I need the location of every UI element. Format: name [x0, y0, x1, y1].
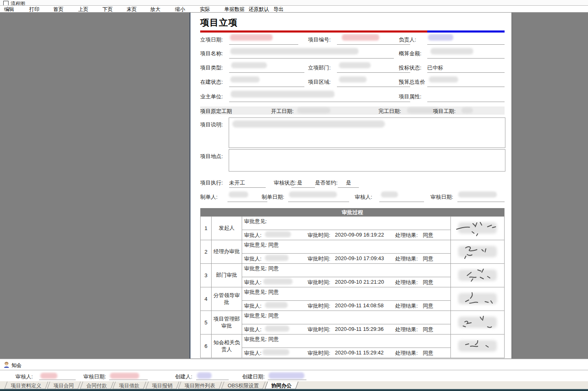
- approval-row-no: 6: [201, 335, 212, 358]
- opinion-value: 同意: [268, 313, 279, 319]
- orig-duration-band: [200, 106, 505, 115]
- result-value: 同意: [423, 255, 433, 263]
- signature-image: [453, 315, 502, 331]
- time-label: 审批时间:: [308, 255, 330, 263]
- approver-label: 审批人:: [244, 302, 262, 310]
- redacted-estimate-amount-value: [431, 48, 473, 54]
- field-label-location: 项目地点:: [200, 153, 223, 160]
- result-value: 同意: [423, 350, 433, 357]
- result-value: 同意: [423, 279, 433, 286]
- field-line: [229, 187, 266, 188]
- approval-table-header: 审批过程: [201, 208, 504, 216]
- time-value: 2020-09-11 14:08:58: [335, 302, 384, 308]
- toolbar-actual-size-button[interactable]: 实际: [200, 6, 210, 13]
- toolbar-doc-data-button[interactable]: 单据数据: [224, 6, 245, 13]
- field-label-project-type: 项目类型:: [200, 64, 223, 72]
- field-line: [457, 202, 505, 202]
- tab-project-attachments[interactable]: 项目附件列表: [178, 382, 222, 389]
- person-avatar-icon: [3, 361, 10, 368]
- approver-label: 审批人:: [244, 326, 262, 333]
- approver-label: 审批人:: [244, 350, 262, 357]
- result-label: 处理结果:: [395, 302, 418, 310]
- field-line: [288, 202, 349, 202]
- redacted-description-text: [232, 120, 385, 128]
- approval-row-stage: 知会相关负责人: [212, 335, 242, 358]
- toolbar-print-button[interactable]: 打印: [29, 6, 39, 13]
- field-label-project-attr: 项目属性:: [399, 93, 422, 100]
- time-value: 2020-09-10 21:21:20: [335, 279, 384, 285]
- toolbar-last-page-button[interactable]: 末页: [127, 6, 137, 13]
- redacted-budget-total-value: [429, 76, 458, 83]
- title-accent-red-bar: [200, 30, 427, 33]
- toolbar-zoom-out-button[interactable]: 缩小: [175, 6, 185, 13]
- tab-project-reimbursement[interactable]: 项目报销: [146, 382, 179, 389]
- approval-row-stage: 部门审批: [212, 264, 242, 287]
- toolbar-first-page-button[interactable]: 首页: [53, 6, 63, 13]
- opinion-label: 审批意见:: [244, 242, 267, 248]
- signature-image: [453, 267, 502, 284]
- flowchart-checkbox-label: 流程图: [11, 0, 25, 6]
- toolbar-next-page-button[interactable]: 下页: [103, 6, 113, 13]
- notify-label: 知会: [11, 362, 22, 369]
- toolbar-zoom-in-button[interactable]: 放大: [150, 6, 160, 13]
- field-label-make-date: 制单日期:: [262, 193, 284, 201]
- field-label-finish-date: 完工日期:: [378, 108, 401, 115]
- opinion-value: 同意: [268, 265, 279, 272]
- time-label: 审批时间:: [308, 326, 330, 333]
- tab-obs-permissions[interactable]: OBS权限设置: [221, 382, 265, 389]
- window-top-strip: 流程图: [0, 0, 588, 6]
- field-line: [337, 44, 410, 45]
- toolbar-export-button[interactable]: 导出: [273, 6, 284, 13]
- field-label-bid-status: 投标状态:: [399, 64, 422, 72]
- toolbar-restore-default-button[interactable]: 还原默认: [249, 6, 269, 13]
- redacted-approver-name: [262, 349, 289, 355]
- tab-collaborative-office[interactable]: 协同办公: [264, 382, 298, 389]
- field-line: [427, 44, 505, 45]
- field-line: [39, 380, 76, 380]
- redacted-leader-value: [428, 34, 453, 41]
- approval-row: 5 项目管理部审批 审批意见: 同意 审批人: 审批时间: 2020-09-11…: [201, 311, 504, 334]
- field-line: [229, 44, 298, 45]
- field-line: [227, 202, 267, 202]
- approval-row-no: 1: [201, 217, 212, 240]
- field-label-auditor: 审核人:: [355, 193, 372, 201]
- signature-image: [453, 244, 502, 260]
- field-line: [427, 102, 505, 102]
- field-line: [229, 72, 304, 73]
- toolbar: 编辑 打印 首页 上页 下页 末页 放大 缩小 实际 单据数据 还原默认 导出: [0, 6, 588, 13]
- field-line: [338, 187, 359, 188]
- opinion-label: 审批意见:: [244, 313, 267, 319]
- field-line: [229, 58, 394, 59]
- approver-label: 审批人:: [244, 232, 262, 239]
- field-label-project-region: 项目区域:: [308, 78, 331, 86]
- tab-contract-payment[interactable]: 合同付款: [80, 382, 114, 389]
- signed-value: 是: [346, 179, 351, 187]
- redacted-approver-name: [265, 231, 291, 237]
- execution-value: 未开工: [229, 179, 245, 187]
- audit-status-value: 是: [297, 179, 302, 187]
- field-line: [337, 72, 410, 73]
- approval-row: 4 分管领导审批 审批意见: 同意 审批人: 审批时间: 2020-09-11 …: [201, 287, 504, 311]
- tab-project-loan[interactable]: 项目借款: [113, 382, 146, 389]
- bottom-auditor-label: 审核人:: [15, 373, 33, 380]
- redacted-approver-name: [265, 326, 289, 332]
- redacted-audit-date-value: [458, 191, 497, 198]
- tab-project-data-definition[interactable]: 项目资料定义: [4, 382, 48, 389]
- field-label-construction-status: 在建状态:: [200, 78, 223, 86]
- approval-row-stage: 发起人: [212, 217, 242, 240]
- signature-cell: [451, 217, 504, 240]
- flowchart-checkbox[interactable]: [3, 1, 9, 6]
- result-label: 处理结果:: [395, 255, 418, 263]
- result-label: 处理结果:: [395, 279, 418, 286]
- bottom-fields-bar: 审核人: 审核日期: 创建人: 创建日期:: [0, 370, 588, 381]
- approval-row: 1 发起人 审批意见: 审批人: 审批时间: 2020-09-09 16:19:…: [201, 216, 504, 240]
- field-label-project-no: 项目编号:: [308, 36, 331, 43]
- toolbar-edit-button[interactable]: 编辑: [4, 6, 14, 13]
- approval-row-no: 4: [201, 287, 212, 311]
- tab-project-contract[interactable]: 项目合同: [47, 382, 81, 389]
- toolbar-prev-page-button[interactable]: 上页: [78, 6, 88, 13]
- field-label-project-name: 项目名称:: [200, 50, 223, 57]
- redacted-approver-name: [265, 255, 289, 261]
- field-label-audit-date: 审核日期:: [431, 193, 453, 201]
- field-label-leader: 负责人:: [399, 36, 416, 43]
